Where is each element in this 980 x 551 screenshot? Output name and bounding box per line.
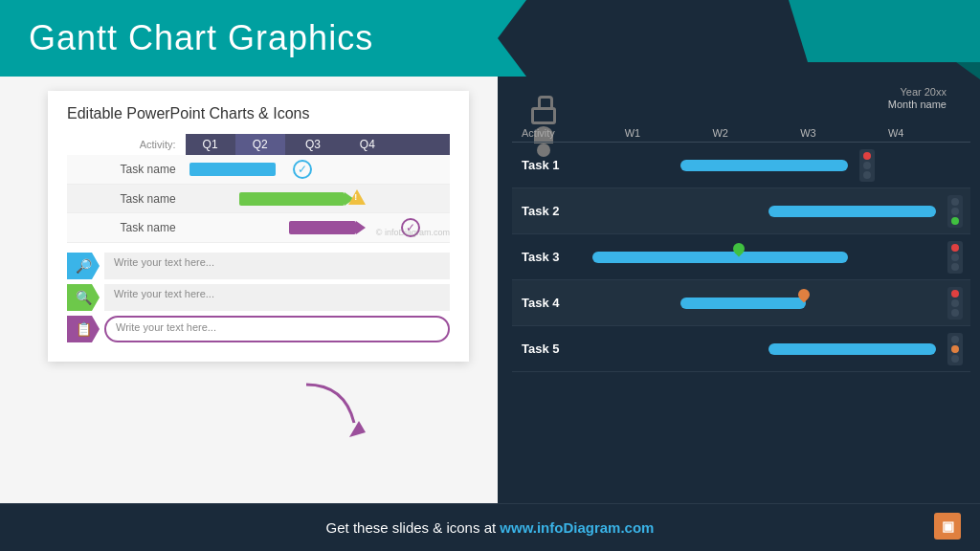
traffic-light-3 (947, 241, 963, 274)
bar-purple-arrow (356, 221, 366, 234)
bar-green-1 (239, 192, 345, 206)
dark-task-2: Task 2 (512, 188, 589, 234)
w2-header: W2 (677, 124, 765, 143)
teal-ribbon-fold (956, 62, 980, 79)
tl-dot-green (951, 217, 959, 225)
tl-dot-off-7 (951, 299, 959, 307)
table-row: Task name ! (67, 185, 450, 213)
dark-table-row: Task 2 (512, 188, 970, 234)
q2-header: Q2 (235, 134, 285, 155)
bar-purple-1 (289, 221, 356, 234)
arrow-item-2: 🔍 Write your text here... (67, 284, 450, 311)
lock-top-arc (538, 96, 553, 107)
year-label: Year 20xx (708, 86, 966, 98)
tl-dot-off-3 (951, 198, 959, 206)
checklist-icon: 📋 (76, 321, 92, 337)
svg-marker-0 (349, 421, 366, 437)
dark-task-4: Task 4 (512, 280, 589, 326)
dark-task-3: Task 3 (512, 234, 589, 280)
task-name-1: Task name (67, 155, 186, 185)
left-gantt-table: Activity: Q1 Q2 Q3 Q4 Task name (67, 134, 450, 243)
search-icon: 🔍 (76, 290, 92, 305)
dark-bar-4 (680, 298, 807, 309)
status-header (393, 134, 450, 155)
page-title: Gantt Chart Graphics (29, 18, 373, 58)
logo-icon: ▣ (934, 513, 961, 540)
left-panel: Gantt Chart Graphics Editable PowerPoint… (0, 0, 498, 551)
chart-area: Editable PowerPoint Charts & Icons Activ… (48, 91, 469, 362)
tl-dot-off-8 (951, 309, 959, 317)
q3-header: Q3 (285, 134, 342, 155)
footer-text: Get these slides & icons at www.infoDiag… (326, 519, 655, 536)
dark-table-row: Task 5 (512, 326, 970, 372)
teal-ribbon (789, 0, 980, 62)
dark-activity-col: Activity (512, 124, 589, 143)
bar-blue-1 (189, 163, 276, 176)
footer-bar: Get these slides & icons at www.infoDiag… (0, 503, 980, 551)
dark-task-1: Task 1 (512, 143, 589, 188)
footer-site-link[interactable]: www.infoDiagram.com (500, 519, 654, 536)
icon-col (940, 124, 970, 143)
dark-bar-3 (592, 252, 848, 263)
table-row: Task name ✓ (67, 155, 450, 185)
arrow-item-3: 📋 Write your text here... (67, 316, 450, 342)
traffic-light-2 (947, 195, 963, 228)
dark-bar-2 (768, 206, 937, 217)
tl-dot-off (863, 162, 871, 169)
tl-dot-red (863, 152, 871, 160)
activity-header: Activity: (67, 134, 186, 155)
arrow-text-3[interactable]: Write your text here... (104, 316, 450, 342)
arrow-text-1[interactable]: Write your text here... (104, 253, 450, 279)
tl-dot-red-2 (951, 244, 959, 252)
tl-dot-off-9 (951, 336, 959, 343)
task-name-2: Task name (67, 185, 186, 213)
traffic-light-4 (947, 287, 963, 320)
dark-table-row: Task 1 (512, 143, 970, 188)
arrow-box-purple: 📋 (67, 316, 100, 342)
lock-body (531, 107, 556, 124)
arrow-box-green: 🔍 (67, 284, 100, 311)
dark-bar-5 (768, 343, 937, 355)
dark-task-5: Task 5 (512, 326, 589, 372)
right-panel: Year 20xx Month name Activity W1 W2 W3 W… (498, 0, 980, 551)
binoculars-icon: 🔎 (76, 258, 92, 274)
traffic-light-1 (859, 149, 875, 182)
dark-gantt-area: Activity W1 W2 W3 W4 Task 1 (512, 124, 970, 372)
dark-bar-5-wrapper (768, 339, 937, 360)
purple-arrow-decoration (297, 375, 373, 446)
tl-dot-orange (951, 345, 959, 353)
tl-dot-red-3 (951, 290, 959, 298)
watermark: © infoDiagram.com (376, 228, 450, 237)
title-banner: Gantt Chart Graphics (0, 0, 498, 77)
month-label: Month name (708, 99, 966, 110)
dark-bar-2-wrapper (768, 201, 937, 222)
dark-table-row: Task 4 (512, 280, 970, 326)
q1-header: Q1 (186, 134, 235, 155)
tl-dot-off-2 (863, 171, 871, 179)
check-icon-blue: ✓ (293, 160, 312, 179)
w4-header: W4 (852, 124, 940, 143)
status-cell-2: ! (341, 185, 393, 213)
arrow-items: 🔎 Write your text here... 🔍 Write your t… (67, 253, 450, 342)
w1-header: W1 (589, 124, 677, 143)
arrow-box-blue: 🔎 (67, 253, 100, 279)
dark-gantt-table: Activity W1 W2 W3 W4 Task 1 (512, 124, 970, 372)
traffic-light-5 (947, 333, 963, 365)
tl-dot-off-10 (951, 355, 959, 363)
q4-header: Q4 (341, 134, 393, 155)
dark-bar-1-wrapper (680, 155, 849, 176)
chart-subtitle: Editable PowerPoint Charts & Icons (67, 105, 450, 122)
warning-icon: ! (348, 189, 366, 205)
dark-bar-1 (680, 160, 849, 171)
tl-dot-off-6 (951, 263, 959, 271)
tl-dot-off-5 (951, 253, 959, 261)
dark-bar-4-wrapper (680, 293, 849, 314)
arrow-item-1: 🔎 Write your text here... (67, 253, 450, 279)
dark-bar-3-wrapper (592, 247, 848, 268)
year-month-labels: Year 20xx Month name (708, 86, 966, 111)
arrow-text-2[interactable]: Write your text here... (104, 284, 450, 311)
dark-table-row: Task 3 (512, 234, 970, 280)
tl-dot-off-4 (951, 208, 959, 215)
status-cell-1: ✓ (285, 155, 342, 185)
w3-header: W3 (765, 124, 853, 143)
